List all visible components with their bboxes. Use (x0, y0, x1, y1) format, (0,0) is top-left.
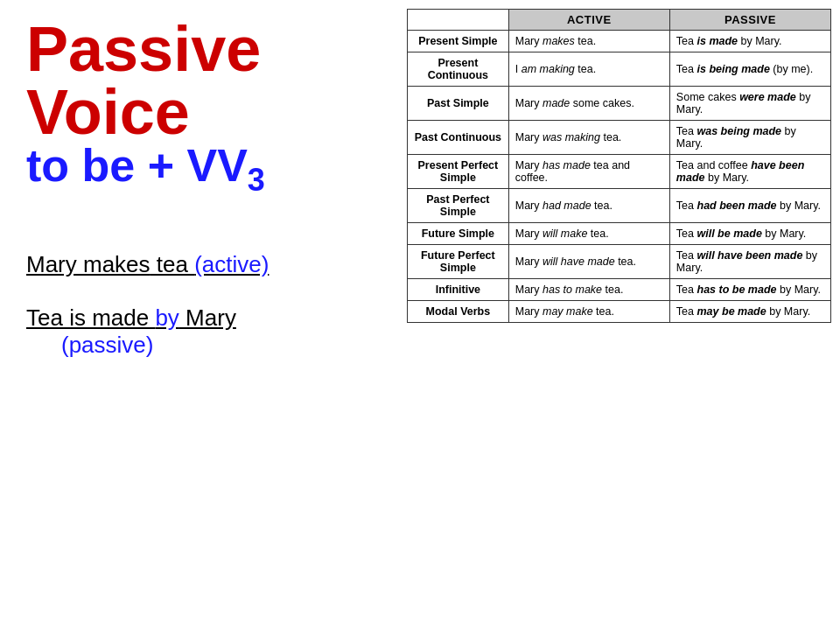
passive-cell: Tea has to be made by Mary. (669, 279, 830, 301)
tense-cell: Present Simple (408, 31, 509, 52)
table-row: Modal VerbsMary may make tea.Tea may be … (408, 301, 831, 323)
active-label: (active) (194, 251, 269, 277)
passive-cell: Tea had been made by Mary. (669, 189, 830, 223)
table-row: Past Perfect SimpleMary had made tea.Tea… (408, 189, 831, 223)
title-voice: Voice (26, 80, 376, 144)
example-active: Mary makes tea (active) (26, 251, 376, 278)
table-header-row: ACTIVE PASSIVE (408, 10, 831, 31)
passive-cell: Tea may be made by Mary. (669, 301, 830, 323)
passive-label: (passive) (61, 332, 376, 359)
example-passive: Tea is made by Mary (passive) (26, 304, 376, 359)
passive-tea: Tea is made (26, 304, 155, 331)
title-passive: Passive (26, 18, 376, 80)
active-cell: Mary makes tea. (508, 31, 669, 52)
formula-text: to be + V (26, 140, 217, 191)
tense-cell: Past Continuous (408, 121, 509, 155)
active-cell: Mary will make tea. (508, 223, 669, 245)
passive-cell: Tea is being made (by me). (669, 52, 830, 87)
title-block: Passive Voice to be + VV3 (26, 18, 376, 199)
grammar-table: ACTIVE PASSIVE Present SimpleMary makes … (407, 9, 831, 323)
table-row: Future SimpleMary will make tea.Tea will… (408, 223, 831, 245)
table-row: Present ContinuousI am making tea.Tea is… (408, 52, 831, 87)
passive-by: by (155, 304, 178, 331)
tense-cell: Present Continuous (408, 52, 509, 87)
active-cell: Mary may make tea. (508, 301, 669, 323)
tense-cell: Infinitive (408, 279, 509, 301)
tense-cell: Modal Verbs (408, 301, 509, 323)
example-section: Mary makes tea (active) Tea is made by M… (26, 251, 376, 359)
passive-cell: Some cakes were made by Mary. (669, 87, 830, 121)
table-row: Present Perfect SimpleMary has made tea … (408, 155, 831, 189)
example-active-subject: Mary makes (26, 251, 150, 277)
passive-mary: Mary (179, 304, 236, 331)
active-cell: Mary was making tea. (508, 121, 669, 155)
active-cell: Mary had made tea. (508, 189, 669, 223)
tense-cell: Future Perfect Simple (408, 245, 509, 279)
active-cell: Mary will have made tea. (508, 245, 669, 279)
header-tense (408, 10, 509, 31)
tense-cell: Future Simple (408, 223, 509, 245)
formula: to be + VV3 (26, 139, 376, 199)
active-cell: Mary has made tea and coffee. (508, 155, 669, 189)
passive-cell: Tea will be made by Mary. (669, 223, 830, 245)
header-active: ACTIVE (508, 10, 669, 31)
passive-cell: Tea is made by Mary. (669, 31, 830, 52)
left-panel: Passive Voice to be + VV3 Mary makes tea… (0, 0, 402, 630)
passive-cell: Tea and coffee have been made by Mary. (669, 155, 830, 189)
table-row: Present SimpleMary makes tea.Tea is made… (408, 31, 831, 52)
v3-subscript: 3 (248, 162, 265, 198)
passive-cell: Tea was being made by Mary. (669, 121, 830, 155)
active-cell: I am making tea. (508, 52, 669, 87)
example-passive-text: Tea is made by Mary (26, 304, 236, 331)
v3-letter: V3 (217, 140, 265, 191)
passive-cell: Tea will have been made by Mary. (669, 245, 830, 279)
table-row: Future Perfect SimpleMary will have made… (408, 245, 831, 279)
tense-cell: Past Simple (408, 87, 509, 121)
header-passive: PASSIVE (669, 10, 830, 31)
active-cell: Mary has to make tea. (508, 279, 669, 301)
active-cell: Mary made some cakes. (508, 87, 669, 121)
table-row: Past SimpleMary made some cakes.Some cak… (408, 87, 831, 121)
table-row: Past ContinuousMary was making tea.Tea w… (408, 121, 831, 155)
tense-cell: Present Perfect Simple (408, 155, 509, 189)
right-panel: ACTIVE PASSIVE Present SimpleMary makes … (402, 0, 840, 630)
example-active-tea: tea (150, 251, 195, 277)
tense-cell: Past Perfect Simple (408, 189, 509, 223)
table-row: InfinitiveMary has to make tea.Tea has t… (408, 279, 831, 301)
